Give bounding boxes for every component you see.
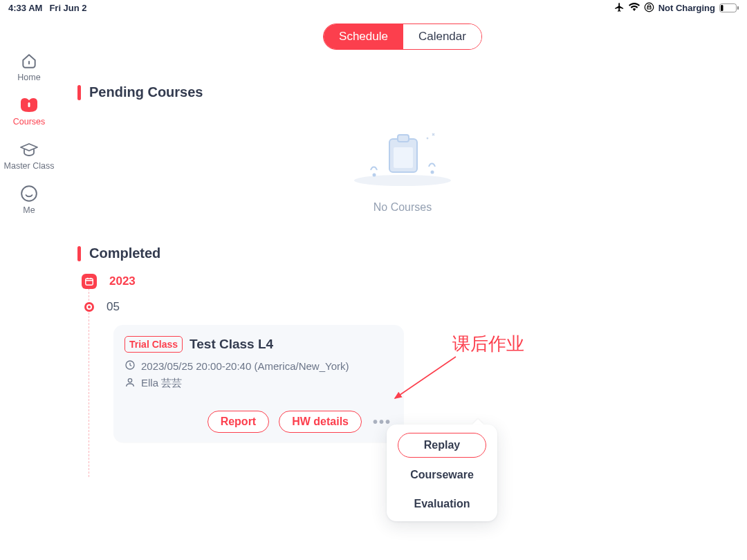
more-options-popover: Replay Courseware Evaluation	[387, 424, 497, 521]
pending-section-title: Pending Courses	[77, 84, 728, 100]
title-accent-bar	[77, 85, 81, 100]
empty-text: No Courses	[374, 201, 432, 214]
svg-point-10	[373, 174, 376, 177]
toggle-calendar[interactable]: Calendar	[403, 24, 481, 49]
popover-replay[interactable]: Replay	[398, 433, 486, 458]
sidebar-item-courses[interactable]: Courses	[13, 96, 46, 127]
user-icon	[124, 377, 136, 390]
popover-evaluation[interactable]: Evaluation	[394, 492, 490, 516]
timeline-year: 2023	[109, 274, 136, 288]
svg-point-11	[431, 171, 434, 174]
courses-icon	[19, 96, 39, 114]
main-content: Schedule Calendar Pending Courses	[58, 14, 747, 560]
section-title-text: Pending Courses	[89, 84, 203, 100]
hw-details-button[interactable]: HW details	[279, 411, 362, 433]
orientation-lock-icon	[644, 2, 654, 15]
battery-icon	[719, 3, 739, 12]
section-title-text: Completed	[89, 245, 160, 261]
completed-section-title: Completed	[77, 245, 728, 261]
view-toggle: Schedule Calendar	[323, 24, 482, 50]
course-teacher: Ella 芸芸	[141, 377, 182, 390]
svg-rect-8	[398, 135, 409, 142]
svg-rect-12	[86, 279, 93, 285]
clock-icon	[124, 360, 136, 373]
svg-rect-2	[721, 5, 723, 11]
sidebar-item-home[interactable]: Home	[17, 52, 40, 82]
status-time: 4:33 AM	[8, 3, 42, 13]
wifi-icon	[629, 3, 640, 13]
calendar-icon	[82, 274, 97, 289]
svg-point-14	[128, 379, 131, 382]
title-accent-bar	[77, 246, 81, 261]
popover-courseware[interactable]: Courseware	[394, 463, 490, 487]
toggle-schedule[interactable]: Schedule	[324, 24, 403, 49]
graduation-cap-icon	[19, 140, 39, 158]
svg-point-6	[354, 175, 451, 186]
status-bar: 4:33 AM Fri Jun 2 Not Charging	[0, 0, 747, 14]
empty-state: No Courses	[77, 127, 728, 214]
trial-class-badge: Trial Class	[124, 336, 183, 353]
course-datetime: 2023/05/25 20:00-20:40 (America/New_York…	[141, 360, 349, 372]
sidebar-item-me[interactable]: Me	[19, 185, 39, 215]
timeline: 2023 05 Trial Class Test Class L4 2023/0…	[77, 274, 728, 442]
svg-point-5	[21, 186, 37, 201]
empty-illustration	[344, 127, 461, 189]
airplane-mode-icon	[614, 2, 625, 15]
svg-rect-4	[28, 102, 30, 107]
me-icon	[19, 185, 39, 203]
status-date: Fri Jun 2	[49, 3, 86, 13]
sidebar: Home Courses Master Class Me	[0, 14, 58, 560]
svg-rect-3	[737, 6, 739, 10]
svg-rect-9	[394, 147, 413, 168]
sidebar-item-label: Me	[23, 205, 35, 215]
timeline-month-marker	[84, 302, 94, 312]
sidebar-item-label: Master Class	[4, 161, 55, 171]
sidebar-item-master-class[interactable]: Master Class	[4, 140, 55, 171]
battery-status-text: Not Charging	[658, 3, 715, 13]
report-button[interactable]: Report	[208, 411, 270, 433]
course-card: Trial Class Test Class L4 2023/05/25 20:…	[113, 325, 404, 442]
svg-point-0	[645, 3, 654, 12]
sidebar-item-label: Courses	[13, 117, 46, 127]
timeline-month: 05	[107, 300, 120, 314]
course-title: Test Class L4	[190, 337, 273, 352]
sidebar-item-label: Home	[17, 73, 40, 82]
home-icon	[19, 52, 39, 70]
